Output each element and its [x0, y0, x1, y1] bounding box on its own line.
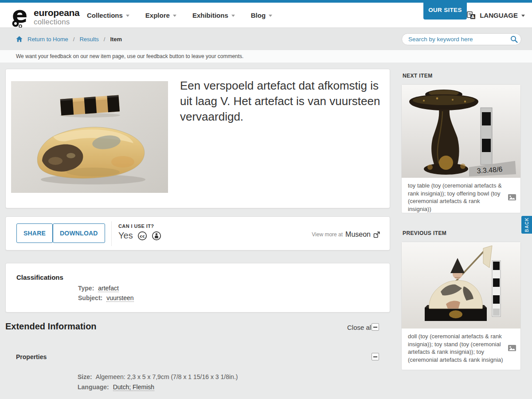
europeana-logo[interactable]: e europeana collections [12, 5, 80, 27]
breadcrumb-separator: / [104, 36, 106, 43]
nav-blog[interactable]: Blog [251, 12, 272, 19]
chevron-down-icon [126, 15, 129, 17]
property-row-size: Size: Algemeen: 2,3 x 5 x 7,9cm (7/8 x 1… [78, 372, 238, 382]
size-label: Size: [78, 373, 92, 380]
breadcrumb-current: Item [110, 36, 122, 43]
svg-text:cc: cc [140, 233, 145, 238]
share-button[interactable]: SHARE [16, 223, 53, 243]
nav-collections[interactable]: Collections [87, 12, 129, 19]
search-button[interactable] [507, 34, 521, 45]
feedback-tab[interactable]: BACK [521, 216, 532, 234]
provider-name: Museon [345, 231, 371, 239]
can-i-use-it-row: Yes cc [118, 231, 161, 241]
language-icon: A [466, 11, 476, 20]
previous-item-caption-row: doll (toy (ceremonial artefacts & rank i… [402, 329, 520, 368]
cc-by-attribution-icon[interactable] [152, 231, 161, 241]
search-input[interactable] [402, 36, 507, 43]
type-label: Type: [78, 285, 94, 292]
view-more-prefix: View more at [312, 231, 343, 238]
classification-row-type: Type: artefact [78, 283, 134, 293]
previous-item-image-doll [402, 242, 520, 329]
subject-label: Subject: [78, 294, 102, 301]
main-nav: Collections Explore Exhibitions Blog [87, 3, 272, 28]
chevron-down-icon [173, 15, 176, 17]
logo-line1: europeana [34, 8, 80, 17]
chevron-down-icon [269, 15, 272, 17]
classification-row-subject: Subject: vuursteen [78, 293, 134, 303]
language-label: LANGUAGE [480, 12, 518, 19]
logo-line2: collections [34, 18, 80, 26]
collapse-properties-icon[interactable] [372, 353, 379, 360]
item-title: Een verspoeld artefact dat afkomstig is … [180, 78, 388, 125]
divider [111, 221, 112, 246]
nav-exhibitions-label: Exhibitions [192, 12, 228, 19]
view-more-link[interactable]: View more at Museon [312, 231, 380, 239]
size-value: Algemeen: 2,3 x 5 x 7,9cm (7/8 x 1 15/16… [96, 373, 238, 380]
our-sites-button[interactable]: OUR SITES [423, 0, 467, 20]
actions-card: SHARE DOWNLOAD CAN I USE IT? Yes cc View… [5, 216, 390, 250]
search-box [402, 33, 521, 45]
nav-blog-label: Blog [251, 12, 266, 19]
can-i-use-it-value: Yes [118, 231, 133, 241]
classifications-card: Classifications Type: artefact Subject: … [5, 263, 390, 313]
feedback-notice-bar: We want your feedback on our new item pa… [0, 50, 532, 63]
collapse-all-icon[interactable] [372, 323, 379, 331]
previous-item-card[interactable]: doll (toy (ceremonial artefacts & rank i… [401, 242, 521, 370]
previous-item-label: PREVIOUS ITEM [403, 230, 446, 236]
language-menu[interactable]: A LANGUAGE [466, 3, 525, 28]
nav-explore[interactable]: Explore [145, 12, 176, 19]
next-item-card[interactable]: 3.3.48/6 toy table (toy (ceremonial arte… [401, 84, 521, 213]
breadcrumb: Return to Home / Results / Item [16, 28, 122, 50]
next-item-caption: toy table (toy (ceremonial artefacts & r… [408, 182, 505, 213]
subject-value-link[interactable]: vuursteen [106, 294, 133, 302]
nav-explore-label: Explore [145, 12, 170, 19]
chevron-down-icon [231, 15, 235, 17]
properties-heading: Properties [16, 353, 47, 360]
nav-collections-label: Collections [87, 12, 123, 19]
europeana-logo-icon: e [12, 5, 32, 27]
our-sites-label: OUR SITES [428, 7, 462, 13]
external-link-icon [373, 231, 380, 238]
property-row-language: Language: Dutch; Flemish [78, 382, 238, 392]
item-card: Een verspoeld artefact dat afkomstig is … [5, 69, 390, 208]
next-item-image-toy-table: 3.3.48/6 [402, 85, 520, 178]
item-image-flint-artefact[interactable] [11, 81, 168, 193]
nav-exhibitions[interactable]: Exhibitions [192, 12, 235, 19]
breadcrumb-home-link[interactable]: Return to Home [27, 36, 68, 43]
feedback-tab-label: BACK [524, 217, 529, 232]
cc-license-icon[interactable]: cc [137, 231, 147, 241]
breadcrumb-separator: / [73, 36, 75, 43]
search-icon [510, 35, 518, 43]
next-item-caption-row: toy table (toy (ceremonial artefacts & r… [402, 178, 520, 217]
feedback-notice-text: We want your feedback on our new item pa… [16, 53, 243, 59]
properties-rows: Size: Algemeen: 2,3 x 5 x 7,9cm (7/8 x 1… [78, 372, 238, 392]
image-icon [508, 194, 516, 200]
logo-text: europeana collections [34, 5, 80, 26]
breadcrumb-bar: Return to Home / Results / Item [0, 28, 532, 50]
classifications-rows: Type: artefact Subject: vuursteen [78, 283, 134, 303]
svg-text:A: A [471, 14, 474, 19]
next-item-label: NEXT ITEM [403, 73, 433, 79]
type-value-link[interactable]: artefact [98, 285, 119, 292]
chevron-down-icon [521, 15, 525, 17]
previous-item-caption: doll (toy (ceremonial artefacts & rank i… [408, 332, 505, 364]
language-property-label: Language: [78, 383, 109, 391]
extended-information-heading: Extended Information [5, 321, 97, 332]
home-icon[interactable] [16, 36, 23, 42]
breadcrumb-results-link[interactable]: Results [79, 36, 98, 43]
image-icon [508, 345, 516, 351]
classifications-heading: Classifications [16, 274, 63, 281]
can-i-use-it-label: CAN I USE IT? [118, 223, 154, 229]
language-value-link[interactable]: Dutch; Flemish [113, 383, 154, 391]
close-all-link[interactable]: Close all [347, 324, 373, 331]
download-button[interactable]: DOWNLOAD [53, 223, 105, 243]
